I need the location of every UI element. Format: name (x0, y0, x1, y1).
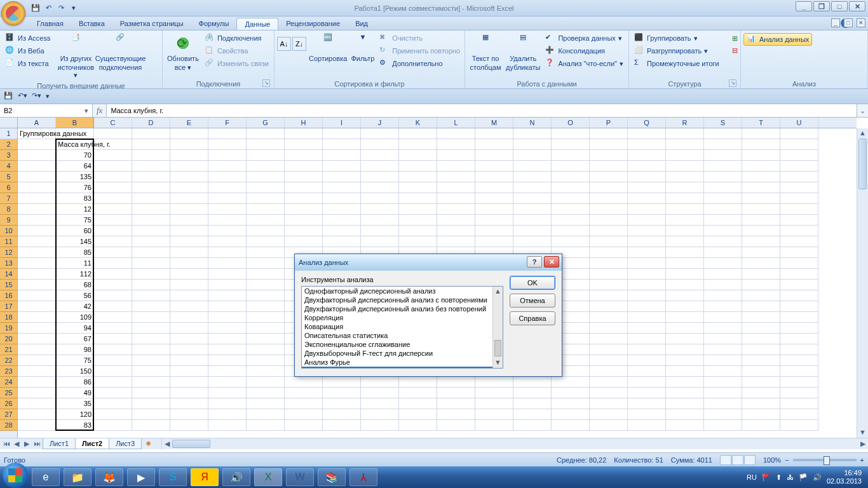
cell-R4[interactable] (666, 161, 704, 172)
cell-P20[interactable] (590, 334, 628, 344)
cell-F13[interactable] (208, 258, 247, 269)
scroll-thumb[interactable] (494, 340, 501, 356)
cell-R3[interactable] (666, 150, 704, 161)
cell-B17[interactable]: 42 (56, 301, 94, 312)
cell-F24[interactable] (208, 377, 247, 388)
row-header-18[interactable]: 18 (0, 312, 17, 323)
column-header-H[interactable]: H (285, 118, 323, 128)
cell-B23[interactable]: 150 (56, 366, 94, 377)
cell-T2[interactable] (742, 139, 780, 150)
ribbon-tab-Вид[interactable]: Вид (348, 18, 376, 30)
cell-J28[interactable] (361, 420, 399, 431)
column-header-F[interactable]: F (208, 118, 247, 128)
dialog-titlebar[interactable]: Анализ данных ? ✕ (295, 254, 562, 271)
cell-S8[interactable] (704, 204, 742, 215)
column-header-A[interactable]: A (18, 118, 56, 128)
cell-U25[interactable] (780, 388, 818, 398)
cell-M27[interactable] (475, 409, 513, 420)
tray-action-center-icon[interactable]: 🏳️ (799, 473, 808, 482)
cell-T4[interactable] (742, 161, 780, 172)
from-access-button[interactable]: 🗄️Из Access (3, 32, 53, 44)
next-sheet-icon[interactable]: ▶ (22, 440, 32, 448)
cell-I5[interactable] (323, 172, 361, 182)
cell-T18[interactable] (742, 312, 780, 323)
existing-connections-button[interactable]: 🔗 Существующиеподключения (98, 32, 142, 72)
reapply-button[interactable]: ↻Применить повторно (377, 44, 463, 57)
cell-F9[interactable] (208, 215, 247, 226)
cell-U18[interactable] (780, 312, 818, 323)
cell-S12[interactable] (704, 247, 742, 258)
first-sheet-icon[interactable]: ⏮ (1, 440, 11, 448)
row-header-25[interactable]: 25 (0, 388, 17, 398)
cell-C4[interactable] (94, 161, 132, 172)
cell-A9[interactable] (18, 215, 56, 226)
cell-D11[interactable] (132, 236, 170, 247)
cell-S25[interactable] (704, 388, 742, 398)
cell-G25[interactable] (247, 388, 285, 398)
cell-J27[interactable] (361, 409, 399, 420)
cell-B1[interactable] (56, 128, 94, 139)
insert-function-icon[interactable]: fx (97, 105, 102, 116)
cell-P22[interactable] (590, 355, 628, 366)
cell-E28[interactable] (170, 420, 208, 431)
mdi-close-button[interactable]: ✕ (857, 18, 865, 27)
restore-button[interactable]: ❐ (813, 1, 830, 11)
cell-P23[interactable] (590, 366, 628, 377)
row-header-14[interactable]: 14 (0, 269, 17, 280)
taskbar-clock[interactable]: 16:4902.03.2013 (827, 469, 862, 485)
cell-F10[interactable] (208, 226, 247, 236)
cell-A16[interactable] (18, 290, 56, 301)
cell-H2[interactable] (285, 139, 323, 150)
taskbar-ie-icon[interactable]: e (32, 468, 60, 486)
hscroll-track[interactable]: ◀ ▶ (161, 438, 868, 449)
cell-L28[interactable] (437, 420, 475, 431)
cell-K9[interactable] (399, 215, 437, 226)
cell-M9[interactable] (475, 215, 513, 226)
cell-T11[interactable] (742, 236, 780, 247)
cell-D28[interactable] (132, 420, 170, 431)
cell-D12[interactable] (132, 247, 170, 258)
cell-H26[interactable] (285, 398, 323, 409)
cell-J1[interactable] (361, 128, 399, 139)
cell-P28[interactable] (590, 420, 628, 431)
analysis-tool-item[interactable]: Двухвыборочный F-тест для дисперсии (302, 349, 503, 358)
cell-D4[interactable] (132, 161, 170, 172)
vertical-scrollbar[interactable]: ▲ ▼ (857, 128, 868, 438)
cell-B18[interactable]: 109 (56, 312, 94, 323)
column-header-R[interactable]: R (666, 118, 704, 128)
zoom-in-button[interactable]: + (860, 456, 864, 464)
cell-C23[interactable] (94, 366, 132, 377)
column-header-T[interactable]: T (742, 118, 780, 128)
cell-B2[interactable]: Масса клубня, г. (56, 139, 94, 150)
zoom-out-button[interactable]: − (785, 456, 789, 464)
cell-D13[interactable] (132, 258, 170, 269)
cell-B4[interactable]: 64 (56, 161, 94, 172)
cell-G24[interactable] (247, 377, 285, 388)
cell-E26[interactable] (170, 398, 208, 409)
cell-A8[interactable] (18, 204, 56, 215)
cell-E19[interactable] (170, 323, 208, 334)
cell-N8[interactable] (513, 204, 552, 215)
cell-U16[interactable] (780, 290, 818, 301)
cell-M3[interactable] (475, 150, 513, 161)
cell-P25[interactable] (590, 388, 628, 398)
cell-T8[interactable] (742, 204, 780, 215)
cell-R17[interactable] (666, 301, 704, 312)
page-layout-view-button[interactable] (732, 455, 743, 465)
cell-K7[interactable] (399, 193, 437, 204)
cell-R24[interactable] (666, 377, 704, 388)
cell-L10[interactable] (437, 226, 475, 236)
cell-O7[interactable] (552, 193, 590, 204)
cell-C25[interactable] (94, 388, 132, 398)
cell-K5[interactable] (399, 172, 437, 182)
cell-S4[interactable] (704, 161, 742, 172)
row-header-11[interactable]: 11 (0, 236, 17, 247)
cell-S11[interactable] (704, 236, 742, 247)
scroll-up-icon[interactable]: ▲ (857, 128, 868, 139)
taskbar-winrar-icon[interactable]: 📚 (318, 468, 346, 486)
cell-L5[interactable] (437, 172, 475, 182)
cell-D1[interactable] (132, 128, 170, 139)
cell-O3[interactable] (552, 150, 590, 161)
column-header-I[interactable]: I (323, 118, 361, 128)
cell-E2[interactable] (170, 139, 208, 150)
